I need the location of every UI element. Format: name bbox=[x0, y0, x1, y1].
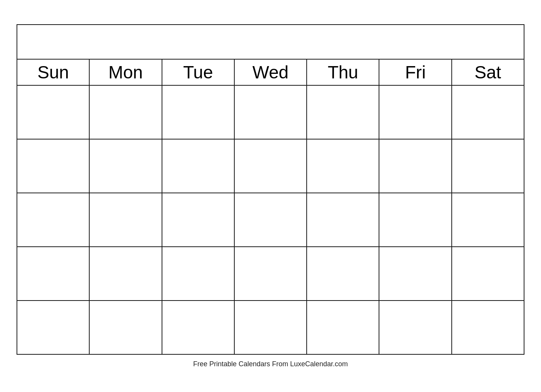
day-cell[interactable] bbox=[379, 247, 451, 301]
day-cell[interactable] bbox=[162, 139, 234, 193]
day-cell[interactable] bbox=[234, 301, 307, 354]
day-cell[interactable] bbox=[89, 85, 162, 139]
day-cell[interactable] bbox=[452, 85, 524, 139]
day-header-sat: Sat bbox=[452, 59, 524, 85]
day-cell[interactable] bbox=[307, 85, 379, 139]
day-cell[interactable] bbox=[17, 301, 89, 354]
day-cell[interactable] bbox=[17, 85, 89, 139]
day-header-wed: Wed bbox=[234, 59, 307, 85]
day-header-fri: Fri bbox=[379, 59, 451, 85]
week-row-3 bbox=[17, 193, 524, 247]
day-header-thu: Thu bbox=[307, 59, 379, 85]
day-cell[interactable] bbox=[379, 85, 451, 139]
footer-text: Free Printable Calendars From LuxeCalend… bbox=[193, 360, 348, 368]
week-row-1 bbox=[17, 85, 524, 139]
day-header-tue: Tue bbox=[162, 59, 234, 85]
day-cell[interactable] bbox=[162, 247, 234, 301]
day-cell[interactable] bbox=[379, 139, 451, 193]
day-cell[interactable] bbox=[452, 193, 524, 247]
day-cell[interactable] bbox=[89, 247, 162, 301]
day-cell[interactable] bbox=[234, 247, 307, 301]
day-cell[interactable] bbox=[307, 301, 379, 354]
title-cell bbox=[17, 25, 524, 59]
day-cell[interactable] bbox=[379, 193, 451, 247]
day-header-mon: Mon bbox=[89, 59, 162, 85]
calendar-wrapper: Sun Mon Tue Wed Thu Fri Sat bbox=[17, 24, 524, 368]
day-cell[interactable] bbox=[89, 301, 162, 354]
day-cell[interactable] bbox=[452, 301, 524, 354]
day-cell[interactable] bbox=[307, 247, 379, 301]
day-cell[interactable] bbox=[452, 247, 524, 301]
day-cell[interactable] bbox=[379, 301, 451, 354]
day-cell[interactable] bbox=[162, 85, 234, 139]
day-header-sun: Sun bbox=[17, 59, 89, 85]
day-cell[interactable] bbox=[89, 193, 162, 247]
day-cell[interactable] bbox=[307, 193, 379, 247]
day-cell[interactable] bbox=[89, 139, 162, 193]
day-cell[interactable] bbox=[17, 247, 89, 301]
week-row-5 bbox=[17, 301, 524, 354]
day-cell[interactable] bbox=[234, 193, 307, 247]
title-row bbox=[17, 25, 524, 59]
day-cell[interactable] bbox=[234, 139, 307, 193]
day-cell[interactable] bbox=[162, 301, 234, 354]
day-cell[interactable] bbox=[17, 139, 89, 193]
day-cell[interactable] bbox=[162, 193, 234, 247]
day-cell[interactable] bbox=[17, 193, 89, 247]
calendar-table: Sun Mon Tue Wed Thu Fri Sat bbox=[17, 24, 524, 355]
week-row-2 bbox=[17, 139, 524, 193]
day-cell[interactable] bbox=[234, 85, 307, 139]
day-cell[interactable] bbox=[452, 139, 524, 193]
title-content bbox=[17, 28, 524, 55]
day-cell[interactable] bbox=[307, 139, 379, 193]
week-row-4 bbox=[17, 247, 524, 301]
day-header-row: Sun Mon Tue Wed Thu Fri Sat bbox=[17, 59, 524, 85]
